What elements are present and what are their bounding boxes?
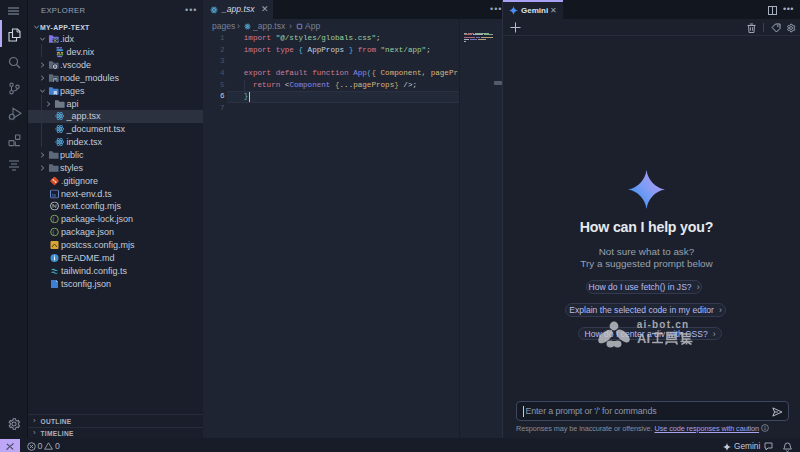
svg-text:{: { [52, 229, 54, 235]
svg-text:{: { [52, 216, 54, 222]
svg-text:ts: ts [52, 191, 56, 197]
